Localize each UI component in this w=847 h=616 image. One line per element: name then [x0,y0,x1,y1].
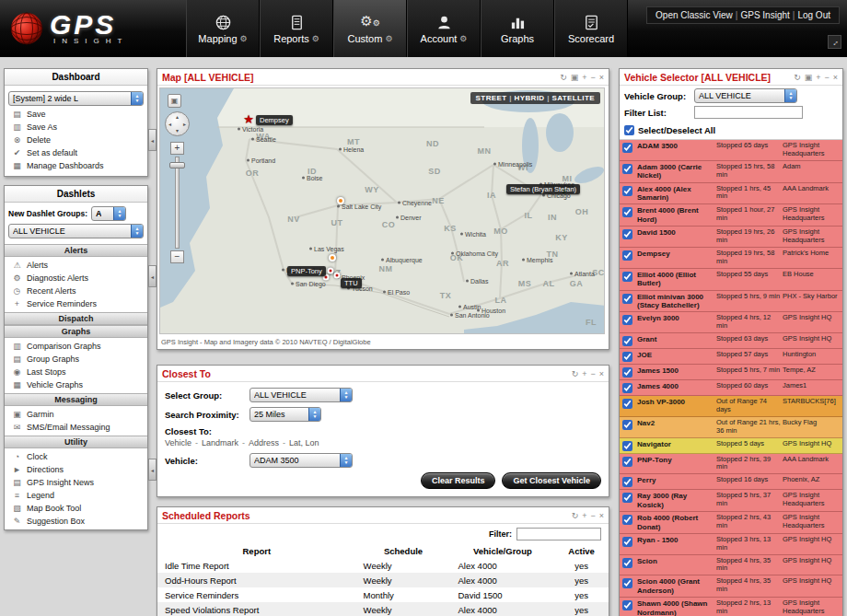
sidebar-item-delete[interactable]: ⊗Delete [8,134,144,146]
vehicle-checkbox[interactable] [622,399,632,409]
popout-icon[interactable]: ▣ [571,74,579,82]
vehicle-checkbox[interactable] [622,186,632,196]
vehicle-checkbox[interactable] [622,477,632,487]
vehicle-checkbox[interactable] [622,315,632,325]
vehicle-marker-pin-icon[interactable] [328,268,334,274]
vehicle-row[interactable]: Alex 4000 (Alex Samarin)Stopped 1 hrs, 4… [620,183,842,205]
vehicle-row[interactable]: PNP-TonyStopped 2 hrs, 39 minAAA Landmar… [620,454,842,475]
nav-custom[interactable]: ⚙⚙Custom⚙ [333,0,407,57]
vehicle-checkbox[interactable] [622,250,632,261]
add-icon[interactable]: + [582,370,586,378]
nav-settings-gear-icon[interactable]: ⚙ [312,34,319,43]
vehicle-row[interactable]: David 1500Stopped 19 hrs, 26 minGPS Insi… [620,227,842,248]
vehicle-row[interactable]: Ray 3000 (Ray Kosick)Stopped 5 hrs, 37 m… [620,490,842,512]
zoom-slider-handle[interactable] [169,162,185,169]
vehicle-row[interactable]: NavigatorStopped 5 daysGPS Insight HQ [620,438,842,454]
refresh-icon[interactable]: ↻ [794,74,801,82]
vehicle-marker-dot-icon[interactable] [337,197,344,204]
top-link-open-classic-view[interactable]: Open Classic View [656,10,733,20]
sidebar-item-save[interactable]: ▤Save [8,108,144,121]
sidebar-item-vehicle-graphs[interactable]: ▦Vehicle Graphs [8,378,144,391]
vehicle-checkbox[interactable] [622,352,632,362]
nav-settings-gear-icon[interactable]: ⚙ [240,34,248,43]
close-icon[interactable]: × [599,370,604,378]
vehicle-marker-pin-icon[interactable] [334,273,341,279]
minimize-icon[interactable]: − [590,370,595,378]
top-link-gps-insight[interactable]: GPS Insight [740,10,789,20]
nav-graphs[interactable]: Graphs [481,0,554,57]
vehicle-row[interactable]: Adam 3000 (Carrie Nickel)Stopped 15 hrs,… [620,161,842,183]
report-row[interactable]: Idle Time ReportWeeklyAlex 4000yes [157,558,609,573]
vehicle-row[interactable]: Evelyn 3000Stopped 4 hrs, 12 minGPS Insi… [620,312,842,333]
minimize-icon[interactable]: − [590,74,595,82]
map-mode-hybrid[interactable]: HYBRID [514,94,544,102]
vehicle-row[interactable]: ScionStopped 4 hrs, 35 minGPS Insight HQ [620,555,842,576]
closest-by-address[interactable]: Address [249,438,279,447]
vehicle-row[interactable]: Josh VP-3000Out of Range 74 daysSTARBUCK… [620,396,842,417]
nav-scorecard[interactable]: Scorecard [554,0,628,57]
vehicle-row[interactable]: Scion 4000 (Grant Anderson)Stopped 4 hrs… [620,575,842,598]
vehicle-checkbox[interactable] [622,537,632,547]
vehicle-filter-input[interactable] [694,106,803,119]
report-row[interactable]: Service RemindersMonthlyDavid 1500yes [157,587,609,602]
vehicle-row[interactable]: GrantStopped 63 daysGPS Insight HQ [620,333,842,349]
nav-settings-gear-icon[interactable]: ⚙ [459,34,467,43]
vehicle-marker-star-icon[interactable]: ★ [243,112,254,126]
vehicle-row[interactable]: Rob 4000 (Robert Donat)Stopped 2 hrs, 43… [620,512,842,534]
refresh-icon[interactable]: ↻ [560,74,567,82]
zoom-out-button[interactable]: − [170,250,184,263]
sidebar-item-alerts[interactable]: ⚠Alerts [8,259,144,272]
sidebar-item-map-book-tool[interactable]: ▧Map Book Tool [8,502,144,515]
popout-icon[interactable]: ▣ [805,74,813,82]
vehicle-row[interactable]: Ryan - 1500Stopped 3 hrs, 13 minGPS Insi… [620,534,842,555]
nav-account[interactable]: Account⚙ [407,0,481,57]
sidebar-item-comparison-graphs[interactable]: ▥Comparison Graphs [8,340,144,353]
vehicle-row[interactable]: Shawn 4000 (Shawn Nordmann)Stopped 2 hrs… [620,598,842,616]
vehicle-row[interactable]: JOEStopped 57 daysHuntington [620,349,842,365]
clear-results-button[interactable]: Clear Results [421,472,496,489]
vehicle-checkbox[interactable] [622,367,632,378]
refresh-icon[interactable]: ↻ [572,512,579,520]
dashlet-vehicle-select[interactable]: ALL VEHICLE ▲▼ [8,224,144,238]
sidebar-item-group-graphs[interactable]: ▤Group Graphs [8,353,144,366]
add-icon[interactable]: + [582,512,586,520]
map-mode-satellite[interactable]: SATELLITE [551,94,595,102]
close-icon[interactable]: × [833,74,838,82]
zoom-slider[interactable] [175,157,180,249]
collapse-sidebar-tab[interactable]: ◂ [148,459,157,481]
add-icon[interactable]: + [582,74,586,82]
sidebar-item-set-as-default[interactable]: ✔Set as default [8,146,144,159]
dashboard-layout-select[interactable]: [System] 2 wide L ▲▼ [8,91,144,106]
dashlet-group-select[interactable]: A ▲▼ [91,206,126,221]
nav-reports[interactable]: Reports⚙ [260,0,333,57]
closest-by-lat-lon[interactable]: Lat, Lon [289,438,319,447]
closest-by-landmark[interactable]: Landmark [202,438,238,447]
vehicle-row[interactable]: Nav2Out of Range 21 hrs, 36 minBucky Fla… [620,417,842,438]
vehicle-marker-dot-icon[interactable] [329,254,336,262]
map-mode-street[interactable]: STREET [476,94,507,102]
close-icon[interactable]: × [599,74,604,82]
vehicle-group-dropdown[interactable]: ALL VEHICLE ▲▼ [694,88,797,103]
minimize-icon[interactable]: − [590,512,595,520]
fullscreen-icon[interactable]: ↔ [828,35,841,49]
vehicle-checkbox[interactable] [622,600,632,610]
sidebar-item-recent-alerts[interactable]: ◷Recent Alerts [8,285,144,297]
vehicle-row[interactable]: James 1500Stopped 5 hrs, 7 minTempe, AZ [620,365,842,380]
closest-by-vehicle[interactable]: Vehicle [165,438,191,447]
sidebar-item-legend[interactable]: ≡Legend [8,489,144,502]
sidebar-item-manage-dashboards[interactable]: ▦Manage Dashboards [8,159,144,172]
vehicle-checkbox[interactable] [622,294,632,304]
refresh-icon[interactable]: ↻ [572,370,579,378]
vehicle-checkbox[interactable] [622,515,632,525]
search-proximity-dropdown[interactable]: 25 Miles ▲▼ [249,407,321,422]
vehicle-checkbox[interactable] [622,272,632,282]
sidebar-item-last-stops[interactable]: ◉Last Stops [8,366,144,378]
vehicle-checkbox[interactable] [622,229,632,239]
vehicle-row[interactable]: Elliot minivan 3000 (Stacy Batcheller)St… [620,291,842,313]
collapse-sidebar-tab[interactable]: ◂ [148,129,157,151]
vehicle-checkbox[interactable] [622,578,632,588]
sidebar-item-garmin[interactable]: ▣Garmin [8,408,144,421]
nav-settings-gear-icon[interactable]: ⚙ [385,34,392,43]
vehicle-checkbox[interactable] [622,143,632,153]
vehicle-row[interactable]: Elliot 4000 (Elliot Butler)Stopped 55 da… [620,269,842,291]
